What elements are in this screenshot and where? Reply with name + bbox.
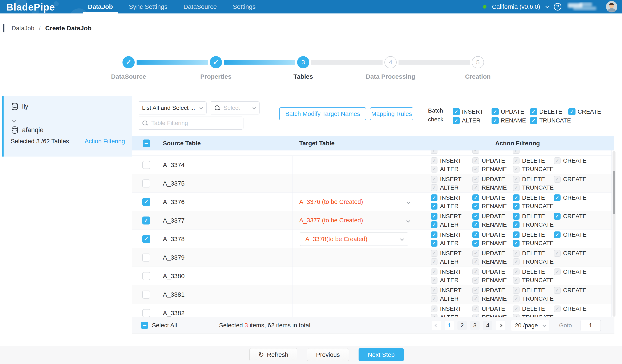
nav-item-label: DataJob	[88, 3, 113, 10]
action-checkbox-label: UPDATE	[482, 213, 505, 220]
action-checkbox-alter[interactable]	[431, 221, 437, 228]
target-table-name[interactable]: A_3377 (to be Created)	[299, 217, 363, 224]
action-checkbox-label: RENAME	[482, 258, 507, 265]
action-checkbox-label: DELETE	[522, 287, 545, 294]
avatar[interactable]	[606, 1, 617, 12]
action-checkbox-update	[472, 157, 479, 164]
page-button-3[interactable]: 3	[470, 321, 480, 330]
action-checkbox-rename[interactable]	[472, 203, 479, 210]
table-footer: Select All Selected 3 items, 62 items in…	[132, 317, 614, 333]
page-button-1[interactable]: 1	[445, 321, 454, 330]
action-checkbox-label: ALTER	[440, 258, 459, 265]
pagination: 1234 20 /page Goto	[432, 317, 601, 334]
checkbox-label: TRUNCATE	[539, 117, 571, 124]
row-checkbox[interactable]	[142, 309, 150, 317]
list-mode-select[interactable]: List All and Select ...	[138, 101, 207, 115]
action-checkbox-label: UPDATE	[482, 268, 505, 275]
row-checkbox[interactable]	[142, 272, 150, 280]
action-checkbox-create[interactable]	[554, 194, 561, 201]
action-filtering-link[interactable]: Action Filtering	[85, 138, 125, 145]
mapping-rules-button[interactable]: Mapping Rules	[370, 107, 413, 120]
action-checkbox-insert[interactable]	[431, 231, 437, 238]
select-dropdown[interactable]: Select	[210, 101, 260, 115]
chevron-down-icon[interactable]	[545, 4, 549, 8]
goto-page-input[interactable]	[581, 320, 601, 331]
next-page-button[interactable]	[496, 321, 505, 330]
action-checkbox-label: INSERT	[440, 231, 462, 238]
checkbox-create[interactable]	[568, 108, 576, 115]
target-table-select[interactable]: A_3378(to be Created)	[300, 232, 408, 246]
row-checkbox[interactable]	[142, 290, 150, 299]
action-checkbox-label: RENAME	[482, 295, 507, 302]
table-row: A_3379INSERTALTERUPDATERENAMEDELETETRUNC…	[132, 248, 611, 267]
page-button-4[interactable]: 4	[483, 321, 492, 330]
chevron-down-icon	[400, 237, 404, 241]
nav-item-settings[interactable]: Settings	[225, 0, 263, 14]
checkbox-alter[interactable]	[453, 117, 460, 124]
action-checkbox-rename[interactable]	[472, 221, 479, 228]
previous-button[interactable]: Previous	[307, 348, 349, 361]
table-scrollbar-thumb[interactable]	[613, 171, 615, 214]
table-filter-box[interactable]	[138, 116, 243, 130]
action-checkbox-label: RENAME	[482, 314, 507, 317]
page-size-select[interactable]: 20 /page	[511, 320, 549, 331]
action-checkbox-label: INSERT	[440, 194, 462, 201]
action-checkbox-update[interactable]	[472, 194, 479, 201]
nav-item-sync-settings[interactable]: Sync Settings	[121, 0, 175, 14]
action-checkbox-insert[interactable]	[431, 194, 437, 201]
refresh-button[interactable]: ↻ Refresh	[249, 348, 297, 361]
select-all-footer-checkbox[interactable]	[141, 322, 148, 329]
row-checkbox[interactable]	[142, 198, 150, 206]
action-checkbox	[431, 151, 437, 154]
row-checkbox[interactable]	[142, 253, 150, 262]
row-checkbox[interactable]	[142, 161, 150, 169]
action-checkbox-label: DELETE	[522, 268, 545, 275]
action-checkbox-label: UPDATE	[482, 176, 505, 183]
action-checkbox-delete[interactable]	[513, 231, 520, 238]
wizard-stepper: DataSource Properties 3 Tables 4 Data Pr…	[2, 42, 620, 96]
action-checkbox-update[interactable]	[472, 213, 479, 220]
page-button-2[interactable]: 2	[457, 321, 467, 330]
next-step-button[interactable]: Next Step	[359, 348, 404, 361]
action-checkbox-truncate[interactable]	[513, 203, 520, 210]
breadcrumb-parent[interactable]: DataJob	[12, 25, 34, 32]
action-checkbox-rename[interactable]	[472, 240, 479, 247]
row-checkbox[interactable]	[142, 216, 150, 225]
batch-check-rename: RENAME	[491, 117, 526, 124]
action-checkbox-create[interactable]	[554, 231, 561, 238]
chevron-down-icon[interactable]	[406, 200, 410, 204]
select-all-label[interactable]: Select All	[152, 322, 177, 329]
action-checkbox-alter[interactable]	[431, 203, 437, 210]
select-all-checkbox[interactable]	[143, 139, 150, 147]
action-checkbox-truncate	[513, 258, 520, 265]
action-checkbox-update[interactable]	[472, 231, 479, 238]
action-checkbox-alter[interactable]	[431, 240, 437, 247]
chevron-down-icon[interactable]	[406, 219, 410, 222]
target-table-name[interactable]: A_3376 (to be Created)	[299, 198, 363, 205]
action-checkbox-delete[interactable]	[513, 194, 520, 201]
region-selector[interactable]: California (v0.6.0)	[492, 3, 540, 10]
bottom-action-bar: ↻ Refresh Previous Next Step	[0, 346, 622, 364]
checkbox-rename[interactable]	[491, 117, 499, 124]
checkbox-update[interactable]	[491, 108, 499, 115]
checkbox-delete[interactable]	[530, 108, 537, 115]
action-checkbox-truncate[interactable]	[513, 240, 520, 247]
datasource-pair-item[interactable]: lly afanqie Selected 3 /62 Tables Action…	[2, 96, 132, 156]
checkbox-insert[interactable]	[453, 108, 460, 115]
checkbox-truncate[interactable]	[530, 117, 537, 124]
create-datajob-card: DataSource Properties 3 Tables 4 Data Pr…	[2, 42, 620, 346]
action-checkbox-truncate[interactable]	[513, 221, 520, 228]
nav-item-datajob[interactable]: DataJob	[80, 0, 121, 14]
action-checkbox-create[interactable]	[554, 213, 561, 220]
action-checkbox-insert[interactable]	[431, 213, 437, 220]
help-icon[interactable]: ?	[554, 3, 561, 11]
batch-modify-target-names-button[interactable]: Batch Modify Target Names	[279, 107, 366, 120]
row-checkbox[interactable]	[142, 235, 150, 243]
brand-logo[interactable]: BladePipe	[6, 1, 55, 13]
table-filter-input[interactable]	[151, 120, 239, 126]
nav-item-datasource[interactable]: DataSource	[175, 0, 225, 14]
action-checkbox-delete[interactable]	[513, 213, 520, 220]
prev-page-button[interactable]	[432, 321, 441, 330]
row-checkbox[interactable]	[142, 179, 150, 188]
step-properties: Properties	[184, 56, 248, 80]
